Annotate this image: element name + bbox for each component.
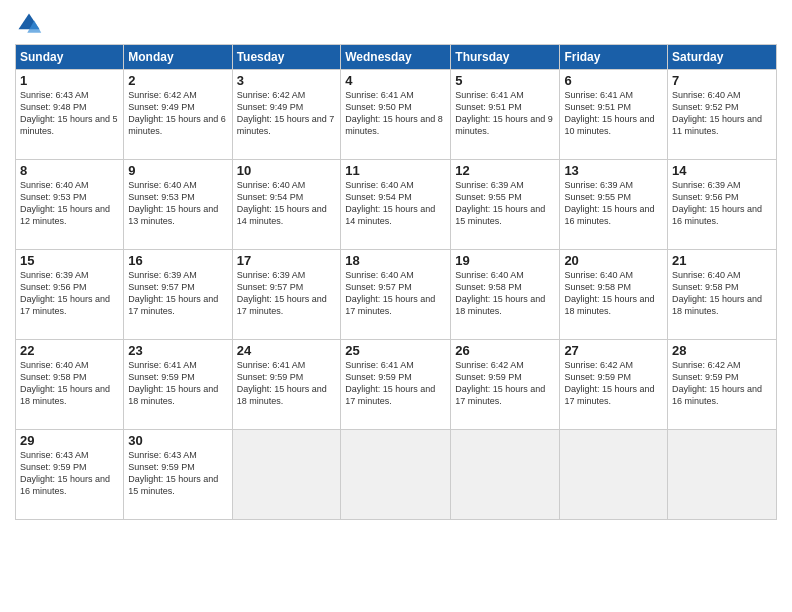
calendar-cell: 17 Sunrise: 6:39 AM Sunset: 9:57 PM Dayl… [232,250,341,340]
col-header-saturday: Saturday [668,45,777,70]
calendar-cell: 23 Sunrise: 6:41 AM Sunset: 9:59 PM Dayl… [124,340,232,430]
day-info: Sunrise: 6:40 AM Sunset: 9:54 PM Dayligh… [345,179,446,228]
calendar-cell: 21 Sunrise: 6:40 AM Sunset: 9:58 PM Dayl… [668,250,777,340]
col-header-friday: Friday [560,45,668,70]
calendar-cell: 6 Sunrise: 6:41 AM Sunset: 9:51 PM Dayli… [560,70,668,160]
day-number: 26 [455,343,555,358]
day-number: 30 [128,433,227,448]
day-number: 3 [237,73,337,88]
calendar-cell: 16 Sunrise: 6:39 AM Sunset: 9:57 PM Dayl… [124,250,232,340]
day-info: Sunrise: 6:42 AM Sunset: 9:49 PM Dayligh… [237,89,337,138]
calendar-header-row: SundayMondayTuesdayWednesdayThursdayFrid… [16,45,777,70]
calendar-cell: 3 Sunrise: 6:42 AM Sunset: 9:49 PM Dayli… [232,70,341,160]
day-number: 11 [345,163,446,178]
calendar-cell: 4 Sunrise: 6:41 AM Sunset: 9:50 PM Dayli… [341,70,451,160]
day-number: 4 [345,73,446,88]
calendar-cell [560,430,668,520]
calendar-cell: 5 Sunrise: 6:41 AM Sunset: 9:51 PM Dayli… [451,70,560,160]
col-header-thursday: Thursday [451,45,560,70]
calendar-cell: 22 Sunrise: 6:40 AM Sunset: 9:58 PM Dayl… [16,340,124,430]
day-number: 19 [455,253,555,268]
day-number: 7 [672,73,772,88]
day-info: Sunrise: 6:42 AM Sunset: 9:59 PM Dayligh… [564,359,663,408]
day-number: 17 [237,253,337,268]
col-header-tuesday: Tuesday [232,45,341,70]
day-info: Sunrise: 6:41 AM Sunset: 9:59 PM Dayligh… [237,359,337,408]
day-number: 16 [128,253,227,268]
day-number: 5 [455,73,555,88]
day-info: Sunrise: 6:40 AM Sunset: 9:58 PM Dayligh… [672,269,772,318]
day-number: 22 [20,343,119,358]
logo [15,10,47,38]
calendar-week-row: 22 Sunrise: 6:40 AM Sunset: 9:58 PM Dayl… [16,340,777,430]
day-info: Sunrise: 6:39 AM Sunset: 9:56 PM Dayligh… [20,269,119,318]
day-number: 8 [20,163,119,178]
col-header-wednesday: Wednesday [341,45,451,70]
day-info: Sunrise: 6:43 AM Sunset: 9:59 PM Dayligh… [128,449,227,498]
calendar-cell [341,430,451,520]
calendar-cell: 7 Sunrise: 6:40 AM Sunset: 9:52 PM Dayli… [668,70,777,160]
day-number: 13 [564,163,663,178]
day-number: 29 [20,433,119,448]
calendar-cell: 1 Sunrise: 6:43 AM Sunset: 9:48 PM Dayli… [16,70,124,160]
logo-icon [15,10,43,38]
calendar-cell [668,430,777,520]
day-number: 20 [564,253,663,268]
day-info: Sunrise: 6:41 AM Sunset: 9:51 PM Dayligh… [564,89,663,138]
calendar-cell: 2 Sunrise: 6:42 AM Sunset: 9:49 PM Dayli… [124,70,232,160]
page: SundayMondayTuesdayWednesdayThursdayFrid… [0,0,792,612]
day-number: 18 [345,253,446,268]
day-info: Sunrise: 6:39 AM Sunset: 9:56 PM Dayligh… [672,179,772,228]
day-number: 27 [564,343,663,358]
day-info: Sunrise: 6:41 AM Sunset: 9:50 PM Dayligh… [345,89,446,138]
day-info: Sunrise: 6:39 AM Sunset: 9:55 PM Dayligh… [455,179,555,228]
calendar-cell: 28 Sunrise: 6:42 AM Sunset: 9:59 PM Dayl… [668,340,777,430]
day-number: 2 [128,73,227,88]
day-number: 23 [128,343,227,358]
col-header-monday: Monday [124,45,232,70]
day-info: Sunrise: 6:40 AM Sunset: 9:58 PM Dayligh… [20,359,119,408]
calendar-cell [232,430,341,520]
day-number: 21 [672,253,772,268]
day-info: Sunrise: 6:39 AM Sunset: 9:55 PM Dayligh… [564,179,663,228]
calendar-cell: 15 Sunrise: 6:39 AM Sunset: 9:56 PM Dayl… [16,250,124,340]
calendar-cell: 25 Sunrise: 6:41 AM Sunset: 9:59 PM Dayl… [341,340,451,430]
calendar-week-row: 1 Sunrise: 6:43 AM Sunset: 9:48 PM Dayli… [16,70,777,160]
day-info: Sunrise: 6:39 AM Sunset: 9:57 PM Dayligh… [237,269,337,318]
calendar-cell: 27 Sunrise: 6:42 AM Sunset: 9:59 PM Dayl… [560,340,668,430]
calendar-cell: 9 Sunrise: 6:40 AM Sunset: 9:53 PM Dayli… [124,160,232,250]
calendar-cell: 12 Sunrise: 6:39 AM Sunset: 9:55 PM Dayl… [451,160,560,250]
calendar-cell: 19 Sunrise: 6:40 AM Sunset: 9:58 PM Dayl… [451,250,560,340]
day-number: 15 [20,253,119,268]
calendar-cell: 18 Sunrise: 6:40 AM Sunset: 9:57 PM Dayl… [341,250,451,340]
day-info: Sunrise: 6:41 AM Sunset: 9:59 PM Dayligh… [345,359,446,408]
day-info: Sunrise: 6:43 AM Sunset: 9:48 PM Dayligh… [20,89,119,138]
day-number: 10 [237,163,337,178]
calendar-cell [451,430,560,520]
header [15,10,777,38]
calendar-cell: 8 Sunrise: 6:40 AM Sunset: 9:53 PM Dayli… [16,160,124,250]
day-info: Sunrise: 6:40 AM Sunset: 9:53 PM Dayligh… [20,179,119,228]
day-info: Sunrise: 6:42 AM Sunset: 9:59 PM Dayligh… [455,359,555,408]
day-info: Sunrise: 6:40 AM Sunset: 9:57 PM Dayligh… [345,269,446,318]
day-info: Sunrise: 6:42 AM Sunset: 9:49 PM Dayligh… [128,89,227,138]
day-info: Sunrise: 6:43 AM Sunset: 9:59 PM Dayligh… [20,449,119,498]
calendar-cell: 11 Sunrise: 6:40 AM Sunset: 9:54 PM Dayl… [341,160,451,250]
calendar-cell: 20 Sunrise: 6:40 AM Sunset: 9:58 PM Dayl… [560,250,668,340]
col-header-sunday: Sunday [16,45,124,70]
day-info: Sunrise: 6:41 AM Sunset: 9:59 PM Dayligh… [128,359,227,408]
day-number: 24 [237,343,337,358]
day-info: Sunrise: 6:40 AM Sunset: 9:53 PM Dayligh… [128,179,227,228]
calendar-cell: 24 Sunrise: 6:41 AM Sunset: 9:59 PM Dayl… [232,340,341,430]
day-number: 1 [20,73,119,88]
calendar-cell: 13 Sunrise: 6:39 AM Sunset: 9:55 PM Dayl… [560,160,668,250]
day-info: Sunrise: 6:39 AM Sunset: 9:57 PM Dayligh… [128,269,227,318]
day-info: Sunrise: 6:40 AM Sunset: 9:52 PM Dayligh… [672,89,772,138]
calendar-table: SundayMondayTuesdayWednesdayThursdayFrid… [15,44,777,520]
day-info: Sunrise: 6:40 AM Sunset: 9:58 PM Dayligh… [564,269,663,318]
day-info: Sunrise: 6:42 AM Sunset: 9:59 PM Dayligh… [672,359,772,408]
calendar-week-row: 29 Sunrise: 6:43 AM Sunset: 9:59 PM Dayl… [16,430,777,520]
day-number: 14 [672,163,772,178]
calendar-cell: 26 Sunrise: 6:42 AM Sunset: 9:59 PM Dayl… [451,340,560,430]
calendar-cell: 14 Sunrise: 6:39 AM Sunset: 9:56 PM Dayl… [668,160,777,250]
